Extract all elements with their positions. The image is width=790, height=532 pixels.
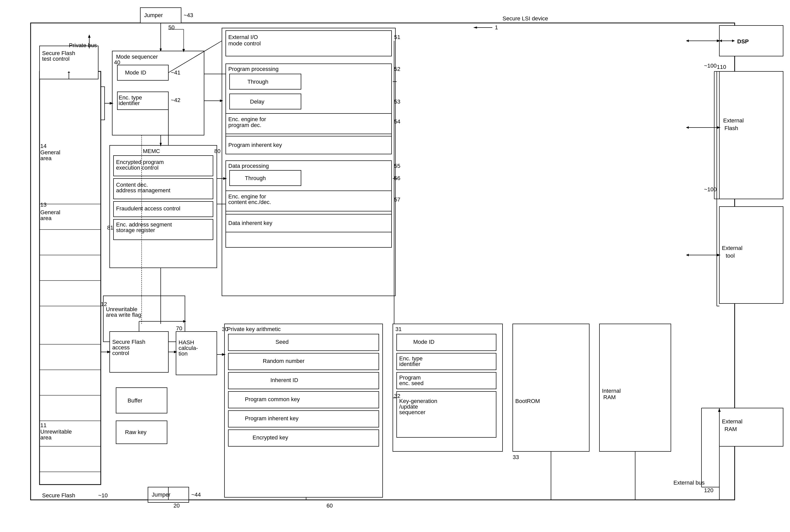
internal-ram-label2: RAM: [603, 394, 616, 400]
number-50: 50: [168, 24, 174, 31]
data-processing-label: Data processing: [228, 163, 269, 169]
number-52: 52: [394, 66, 400, 72]
prog-enc-seed-label2: enc. seed: [399, 380, 424, 386]
number-57: 57: [394, 196, 400, 203]
mode-id-bottom-label: Mode ID: [413, 339, 434, 345]
content-dec-label2: address management: [116, 187, 170, 194]
jumper-top-label: Jumper: [144, 12, 163, 18]
random-number-label: Random number: [263, 358, 305, 364]
encrypted-key-box: [228, 430, 379, 446]
private-key-label: Private key arithmetic: [227, 326, 281, 332]
external-flash-label2: Flash: [725, 125, 738, 131]
number-32: 32: [394, 393, 400, 399]
jumper-bottom-number: ~44: [191, 491, 201, 498]
data-inherent-key-label: Data inherent key: [228, 220, 272, 226]
prog-inherent-key-label: Program inherent key: [228, 142, 282, 148]
number-20: 20: [173, 502, 180, 509]
number-70: 70: [176, 325, 182, 331]
enc-type-id-bottom-label2: identifier: [399, 361, 420, 367]
number-54: 54: [394, 118, 400, 125]
external-tool-label: External: [722, 245, 742, 251]
private-bus-label: Private bus: [69, 42, 97, 49]
unrewritable-area-text2: area: [40, 434, 52, 441]
external-ram-label: External: [722, 418, 742, 425]
internal-ram-label: Internal: [602, 388, 621, 394]
memc-label: MEMC: [143, 148, 160, 154]
external-ram-label2: RAM: [725, 426, 737, 432]
secure-flash-label: Secure Flash: [42, 492, 75, 499]
external-tool-label2: tool: [726, 252, 735, 259]
through-data-label: Through: [245, 175, 266, 181]
diagram-container: Secure LSI device 1 DSP External Flash 1…: [0, 0, 790, 532]
dsp-label: DSP: [737, 38, 749, 45]
external-flash-number: 110: [717, 64, 726, 70]
general-14-number: 14: [40, 143, 46, 149]
seed-label: Seed: [276, 339, 288, 345]
enc-type-id-label2: identifier: [119, 100, 140, 106]
fraudulent-label: Fraudulent access control: [116, 205, 180, 212]
mode-sequencer-label: Mode sequencer: [116, 54, 158, 60]
encrypted-program-label2: execution control: [116, 165, 158, 171]
number-30: 30: [222, 326, 228, 332]
number-11: 11: [40, 422, 46, 429]
number-56: 56: [394, 175, 400, 181]
mode-id-top-label: Mode ID: [125, 69, 146, 76]
mode-id-bottom-box: [397, 334, 496, 351]
encrypted-key-label: Encrypted key: [252, 434, 288, 441]
secure-flash-access-label3: control: [112, 350, 129, 356]
enc-address-label2: storage register: [116, 227, 155, 233]
jumper-bottom-label: Jumper: [152, 491, 170, 498]
external-flash-label: External: [723, 117, 744, 124]
jumper-top-number: ~43: [184, 12, 193, 18]
general-14-text: General: [40, 149, 60, 156]
general-14-area: area: [40, 155, 52, 162]
secure-lsi-label: Secure LSI device: [503, 15, 548, 22]
program-processing-label: Program processing: [228, 66, 279, 72]
prog-common-key-label: Program common key: [245, 396, 300, 402]
bracket-100-label: ~100: [704, 186, 717, 193]
number-33: 33: [513, 454, 519, 460]
bootrom-label: BootROM: [515, 398, 540, 404]
secure-flash-test-label2: test control: [42, 56, 70, 62]
number-53: 53: [394, 98, 400, 105]
general-13-number: 13: [40, 202, 46, 208]
external-bus-number: 120: [704, 487, 713, 493]
key-gen-label3: sequencer: [399, 409, 426, 415]
raw-key-label: Raw key: [125, 429, 146, 435]
enc-engine-prog-label2: program dec.: [228, 122, 261, 128]
seed-box: [228, 334, 379, 351]
number-12: 12: [101, 301, 107, 307]
external-flash-box: [719, 71, 783, 199]
bootrom-box: [513, 324, 589, 451]
through-prog-label: Through: [247, 79, 268, 85]
prog-inherent-key2-label: Program inherent key: [245, 415, 298, 422]
number-81: 81: [107, 224, 113, 231]
number-60: 60: [326, 502, 333, 509]
external-io-label2: mode control: [228, 40, 261, 47]
number-100: ~100: [704, 62, 717, 69]
enc-engine-data-label2: content enc./dec.: [228, 199, 271, 205]
general-13-text: General: [40, 209, 60, 215]
number-40-label: 40: [114, 59, 120, 65]
delay-box: [230, 94, 301, 109]
secure-flash-number: ~10: [98, 492, 108, 499]
number-42: ~42: [171, 97, 180, 103]
secure-flash-box: [40, 71, 101, 484]
inherent-id-box: [228, 372, 379, 389]
number-80: 80: [214, 148, 220, 154]
enc-engine-prog-label: Enc. engine for: [228, 116, 266, 122]
number-51: 51: [394, 34, 400, 40]
buffer-label: Buffer: [128, 397, 142, 404]
external-io-label: External I/O: [228, 34, 258, 40]
number-31: 31: [395, 326, 401, 332]
general-13-area: area: [40, 215, 52, 221]
hash-calc-label3: tion: [178, 350, 187, 357]
number-55: 55: [394, 163, 400, 169]
external-bus-label: External bus: [673, 479, 704, 486]
delay-label: Delay: [250, 98, 264, 105]
unrewritable-area-text: Unrewritable: [40, 429, 72, 435]
unrewritable-flag-label2: area write flag: [106, 312, 141, 318]
device-number: 1: [495, 24, 498, 31]
inherent-id-label: Inherent ID: [270, 377, 298, 383]
